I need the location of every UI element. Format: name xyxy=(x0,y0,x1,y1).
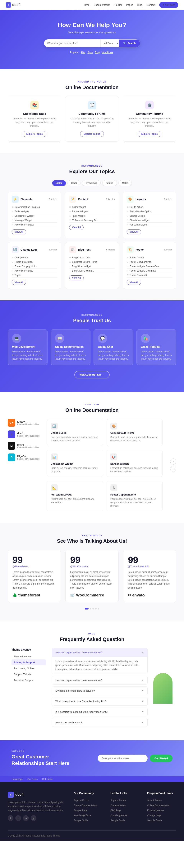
list-item: Blog Column One xyxy=(69,255,115,260)
list-item: Online Documentation xyxy=(147,803,176,808)
testimonial-text-2: Lorem ipsum dolor sit amet consectetur a… xyxy=(128,570,172,590)
topic-tab-4[interactable]: Metro xyxy=(118,180,132,186)
cta-nav-news[interactable]: Our News xyxy=(27,778,38,780)
testimonial-dot-2[interactable] xyxy=(93,608,94,610)
faq-label: PAGE xyxy=(11,632,173,635)
list-item: Change Logs xyxy=(147,813,176,818)
popular-link-wp[interactable]: WordPress xyxy=(102,51,113,54)
faq-sidebar-item-1[interactable]: Pricing & Support xyxy=(11,659,46,665)
footer-helpful-col: Helpful Links Support Forum Documentatio… xyxy=(110,792,140,823)
faq-item-header-0[interactable]: How do I repair an item on envato market… xyxy=(52,648,147,656)
footer-frequent-col: Frequent Visit Links Submit Forum Online… xyxy=(147,792,176,823)
featured-brand-2[interactable]: M Metro Featured Products New xyxy=(8,442,39,450)
topic-tab-3[interactable]: Fatmia xyxy=(102,180,117,186)
facebook-icon[interactable]: f xyxy=(8,815,13,821)
testimonial-dot-1[interactable] xyxy=(90,608,91,610)
featured-next-button[interactable]: › xyxy=(170,466,176,472)
faq-sidebar-item-0[interactable]: Theme License xyxy=(11,653,46,659)
featured-item-2: 📊 Cheatsheet Widget Proin eu leo et enim… xyxy=(47,450,103,477)
faq-figure xyxy=(153,648,173,729)
featured-brand-3[interactable]: D DigeCo. Featured Products New xyxy=(8,454,39,461)
testimonials-section: TESTIMONIALS See Who Is Talking About Us… xyxy=(0,523,184,621)
popular-link-blog[interactable]: Blog xyxy=(95,51,100,54)
doc-card-link-1[interactable]: Explore Topics xyxy=(80,131,104,137)
featured-prev-button[interactable]: ‹ xyxy=(170,459,176,465)
footer-community-col: Our Community Support Forum Theme Docume… xyxy=(74,792,103,823)
testimonials-grid: 99 @ThemeForest Lorem ipsum dolor sit am… xyxy=(8,550,176,602)
topic-card-icon-elements: ⚡ xyxy=(12,196,19,203)
featured-section: FEATURED Online Documentation L✦ Listy✦ … xyxy=(0,392,184,523)
list-item: Documentation xyxy=(110,803,140,808)
nav-documentation[interactable]: Documentation xyxy=(94,3,110,6)
topic-card-viewall-blogpost[interactable]: View All xyxy=(69,275,83,280)
list-item: Zapik xyxy=(12,273,57,278)
search-category-select[interactable]: All Docs xyxy=(101,39,119,47)
nav-blog[interactable]: Blog xyxy=(138,3,142,6)
faq-item-body-0: Lorem ipsum dolor sit amet, consectetur … xyxy=(52,656,147,674)
hero-section: How Can We Help You? Search to get answe… xyxy=(0,10,184,69)
nav-pages[interactable]: Pages xyxy=(126,3,133,6)
popular-link-span[interactable]: Span xyxy=(87,51,93,54)
cta-nav-guide[interactable]: Get Guide xyxy=(42,778,53,780)
topic-tab-2[interactable]: Gym Edge xyxy=(82,180,101,186)
nav-forum[interactable]: Forum xyxy=(115,3,122,6)
topic-card-list-content: Slider Widget Banner Widgets Table Widge… xyxy=(69,205,115,223)
list-item: Table Widget xyxy=(69,214,115,218)
footer-social-links: f t in y xyxy=(8,815,66,821)
faq-item-header-1[interactable]: How do I repair an item on envato market… xyxy=(52,676,147,684)
cta-nav-homepage[interactable]: Homepage xyxy=(11,778,23,780)
faq-item-header-5[interactable]: How to get notification ? ▼ xyxy=(52,718,147,726)
topic-card-icon-content: 📝 xyxy=(69,196,76,203)
faq-item-header-4[interactable]: Is it possible to customize the reservat… xyxy=(52,708,147,716)
nav-home[interactable]: Home xyxy=(83,3,89,6)
cta-get-started-button[interactable]: Get Started xyxy=(150,754,173,762)
trust-card-desc-3: Lorem ipsum dummy text of the typesettin… xyxy=(141,350,172,361)
twitter-icon[interactable]: t xyxy=(15,815,21,821)
faq-item-header-2[interactable]: My page is broken, How to solve it? ▼ xyxy=(52,687,147,695)
topic-card-title-elements: Elements xyxy=(21,198,47,201)
topic-card-title-layouts: Layouts xyxy=(136,198,162,201)
topic-card-count-changelogs: 6 Articles xyxy=(49,249,57,251)
topic-card-count-footer: 6 Articles xyxy=(164,249,172,251)
doc-card-link-0[interactable]: Explore Topics xyxy=(23,131,46,137)
testimonial-score-1: 99 xyxy=(70,555,114,565)
topic-card-viewall-changelogs[interactable]: View All xyxy=(12,280,26,285)
search-button[interactable]: 🔍 Search xyxy=(119,39,140,47)
topic-card-viewall-elements[interactable]: View All xyxy=(12,229,26,234)
topic-tab-1[interactable]: Docfi xyxy=(68,180,80,186)
list-item: Message Widget xyxy=(12,218,57,223)
search-input[interactable] xyxy=(44,39,101,47)
popular-link-ajax[interactable]: Ajax xyxy=(81,51,85,54)
featured-brand-0[interactable]: L✦ Listy✦ Featured Products New xyxy=(8,419,39,427)
testimonial-dot-0[interactable] xyxy=(85,608,88,610)
youtube-icon[interactable]: y xyxy=(31,815,36,821)
list-item: Submit Forum xyxy=(147,798,176,803)
topic-card-viewall-content[interactable]: View All xyxy=(69,225,83,230)
testimonial-dots xyxy=(8,608,176,610)
nav-contact[interactable]: Contact xyxy=(147,3,155,6)
faq-item-header-3[interactable]: What is required to use Classified Listi… xyxy=(52,697,147,706)
visit-support-button[interactable]: Visit Support Page → xyxy=(74,371,110,378)
featured-brand-sub-1: Featured Products New xyxy=(17,435,39,437)
testimonial-brand-2: ✉ envato xyxy=(128,593,172,597)
cta-title: Great Customer Relationships Start Here xyxy=(11,754,69,767)
topic-card-viewall-layouts[interactable]: View All xyxy=(127,229,141,234)
nav-cta-button[interactable]: ✦ Get docfi xyxy=(159,2,178,8)
list-item: Knowledge Area xyxy=(110,813,140,818)
faq-sidebar-item-4[interactable]: Technical Support xyxy=(11,677,46,683)
topic-tab-0[interactable]: Listez xyxy=(52,180,66,186)
doc-card-2: 🏛️ Community Forums Lorem ipsum dummy te… xyxy=(123,96,176,142)
faq-sidebar-item-2[interactable]: Purchasing Online xyxy=(11,665,46,671)
testimonial-dot-3[interactable] xyxy=(95,608,97,610)
topic-card-viewall-footer[interactable]: View All xyxy=(127,280,141,285)
list-item: Sample Guide xyxy=(74,818,103,823)
cta-email-input[interactable] xyxy=(98,754,148,762)
doc-card-link-2[interactable]: Explore Topics xyxy=(138,131,161,137)
topic-card-icon-footer: 🏗️ xyxy=(127,246,134,253)
faq-sidebar-item-3[interactable]: Support Tickets xyxy=(11,671,46,677)
featured-brand-1[interactable]: d docfi Featured Products New xyxy=(8,430,39,438)
footer-brand-col: d docfi Lorem ipsum dolor sit amet, cons… xyxy=(8,792,66,823)
footer-community-title: Our Community xyxy=(74,792,103,795)
linkedin-icon[interactable]: in xyxy=(23,815,29,821)
testimonial-dot-4[interactable] xyxy=(98,608,99,610)
